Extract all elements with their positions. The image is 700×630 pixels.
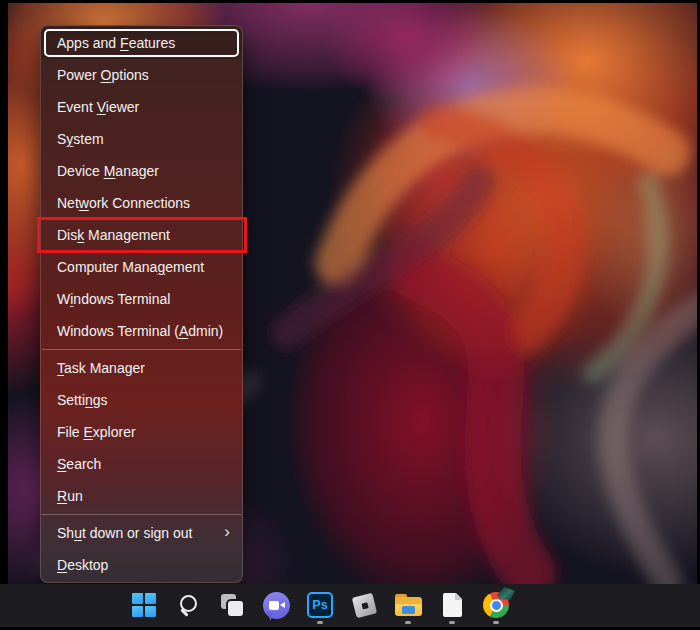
chat-button[interactable] — [256, 585, 296, 625]
menu-item-label: Windows Terminal (Admin) — [57, 323, 223, 339]
menu-item-label: System — [57, 131, 104, 147]
menu-item-label: Shut down or sign out — [57, 525, 192, 541]
folder-icon — [395, 594, 422, 616]
search-icon — [176, 593, 200, 617]
menu-separator — [42, 514, 241, 515]
chat-icon — [263, 592, 290, 619]
roblox-button[interactable] — [344, 585, 384, 625]
file-explorer-button[interactable] — [388, 585, 428, 625]
menu-item-label: Settings — [57, 392, 108, 408]
notepad-icon — [443, 593, 462, 617]
notepad-button[interactable] — [432, 585, 472, 625]
taskbar: Ps — [0, 584, 700, 627]
menu-item-label: File Explorer — [57, 424, 136, 440]
running-indicator-dot — [317, 621, 323, 624]
menu-item-event-viewer[interactable]: Event Viewer — [41, 91, 242, 123]
running-indicator-dot — [405, 621, 411, 624]
menu-item-label: Computer Management — [57, 259, 204, 275]
photoshop-icon: Ps — [307, 592, 333, 618]
menu-item-disk-management[interactable]: Disk Management — [41, 219, 242, 251]
menu-separator — [42, 349, 241, 350]
menu-item-windows-terminal[interactable]: Windows Terminal — [41, 283, 242, 315]
taskbar-icons: Ps — [124, 585, 520, 625]
menu-item-label: Run — [57, 488, 83, 504]
mouse-cursor — [497, 587, 515, 600]
menu-item-apps-and-features[interactable]: Apps and Features — [41, 27, 242, 59]
menu-item-desktop[interactable]: Desktop — [41, 549, 242, 581]
menu-item-windows-terminal-admin[interactable]: Windows Terminal (Admin) — [41, 315, 242, 347]
menu-item-task-manager[interactable]: Task Manager — [41, 352, 242, 384]
running-indicator-dot — [449, 621, 455, 624]
menu-item-label: Windows Terminal — [57, 291, 170, 307]
photoshop-button[interactable]: Ps — [300, 585, 340, 625]
menu-item-label: Power Options — [57, 67, 149, 83]
menu-item-power-options[interactable]: Power Options — [41, 59, 242, 91]
menu-item-label: Device Manager — [57, 163, 159, 179]
menu-item-device-manager[interactable]: Device Manager — [41, 155, 242, 187]
menu-item-label: Network Connections — [57, 195, 190, 211]
menu-item-search[interactable]: Search — [41, 448, 242, 480]
menu-item-label: Disk Management — [57, 227, 170, 243]
menu-item-run[interactable]: Run — [41, 480, 242, 512]
taskbar-search-button[interactable] — [168, 585, 208, 625]
menu-item-settings[interactable]: Settings — [41, 384, 242, 416]
quick-link-menu: Apps and FeaturesPower OptionsEvent View… — [40, 25, 243, 583]
menu-item-computer-management[interactable]: Computer Management — [41, 251, 242, 283]
menu-item-label: Event Viewer — [57, 99, 139, 115]
windows-logo-icon — [132, 593, 156, 617]
task-view-icon — [220, 593, 244, 617]
chrome-button[interactable] — [476, 585, 516, 625]
menu-item-label: Task Manager — [57, 360, 145, 376]
menu-item-shut-down-or-sign-out[interactable]: Shut down or sign out› — [41, 517, 242, 549]
menu-item-network-connections[interactable]: Network Connections — [41, 187, 242, 219]
menu-item-label: Desktop — [57, 557, 108, 573]
start-button[interactable] — [124, 585, 164, 625]
menu-item-label: Apps and Features — [57, 35, 175, 51]
roblox-icon — [351, 592, 376, 617]
running-indicator-dot — [493, 621, 499, 624]
task-view-button[interactable] — [212, 585, 252, 625]
menu-item-system[interactable]: System — [41, 123, 242, 155]
menu-item-label: Search — [57, 456, 101, 472]
submenu-chevron-icon: › — [224, 522, 230, 542]
menu-item-file-explorer[interactable]: File Explorer — [41, 416, 242, 448]
